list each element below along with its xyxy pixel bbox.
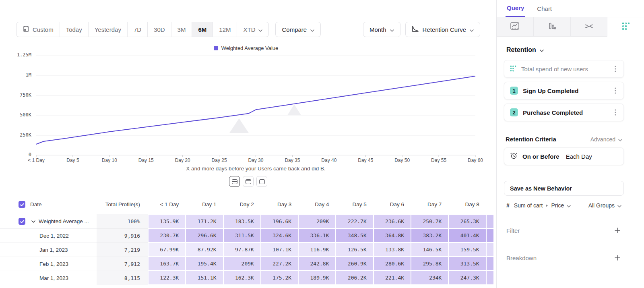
row-label-cell: Weighted Average ... xyxy=(0,214,97,228)
retention-value-cell: 159.5K xyxy=(448,242,486,257)
funnels-bars-icon xyxy=(547,22,556,32)
day-column-header: Day 5 xyxy=(336,201,373,207)
retention-value: 236.6K xyxy=(374,215,411,228)
row-label-cell: Jan 1, 2023 xyxy=(0,242,97,257)
range-6m[interactable]: 6M xyxy=(192,22,213,37)
range-12m[interactable]: 12M xyxy=(213,22,237,37)
total-profiles-cell: 100% xyxy=(97,214,148,228)
row-density-icon xyxy=(246,179,251,184)
retention-value-cell: 401.4K xyxy=(448,228,486,242)
retention-value-cell: 230.7K xyxy=(148,228,186,242)
kebab-menu-icon[interactable] xyxy=(613,65,618,73)
density-split-rows[interactable] xyxy=(229,176,240,187)
retention-value-cell: 196.6K xyxy=(261,214,298,228)
chevron-down-icon xyxy=(390,26,394,33)
compare-button[interactable]: Compare xyxy=(275,22,321,37)
retention-value: 209K xyxy=(299,215,335,228)
row-sliver xyxy=(486,228,493,242)
range-label: 12M xyxy=(219,26,231,33)
tab-chart[interactable]: Chart xyxy=(536,0,553,17)
retention-value-cell: 175.2K xyxy=(261,271,298,285)
retention-value: 195.4K xyxy=(186,257,223,270)
x-tick-label: Day 25 xyxy=(212,157,227,163)
row-sliver xyxy=(486,242,493,257)
sidebar-tabs: Query Chart xyxy=(497,0,644,17)
total-profiles-cell: 9,916 xyxy=(97,228,148,242)
range-xtd[interactable]: XTD xyxy=(237,22,268,37)
behavior-step-2[interactable]: 2Purchase Completed xyxy=(504,104,624,121)
y-tick-label: 1M xyxy=(26,72,31,78)
alarm-clock-icon xyxy=(510,152,518,161)
tab-funnels[interactable] xyxy=(534,17,571,37)
save-behavior-button[interactable]: Save as New Behavior xyxy=(504,181,624,196)
retention-value: 183.5K xyxy=(224,215,260,228)
retention-value-cell: 324.6K xyxy=(261,228,298,242)
measure-property-dropdown[interactable]: Sum of cart Price xyxy=(514,202,571,209)
select-all-checkbox[interactable] xyxy=(19,201,25,208)
retention-value-cell: 336.1K xyxy=(298,228,336,242)
retention-value: 171.2K xyxy=(186,215,223,228)
range-30d[interactable]: 30D xyxy=(147,22,171,37)
row-label: Feb 1, 2023 xyxy=(0,261,68,267)
groups-dropdown[interactable]: All Groups xyxy=(588,202,621,209)
retention-section-dropdown[interactable]: Retention xyxy=(504,46,624,54)
total-profiles-cell: 7,912 xyxy=(97,257,148,271)
density-header-row[interactable] xyxy=(243,176,254,187)
tab-retention[interactable] xyxy=(607,17,644,37)
add-breakdown-button[interactable] xyxy=(613,254,621,262)
expand-chevron-icon[interactable] xyxy=(31,220,35,223)
day-column-header: Day 3 xyxy=(261,201,298,207)
retention-value: 189.9K xyxy=(299,271,335,284)
step-event-label: Sign Up Completed xyxy=(523,87,608,94)
row-checkbox[interactable] xyxy=(19,218,25,225)
retention-value: 324.6K xyxy=(261,229,298,242)
kebab-menu-icon[interactable] xyxy=(613,87,618,95)
retention-value-cell: 209K xyxy=(223,257,261,271)
retention-value-cell: 126.5K xyxy=(336,242,373,257)
date-range-group: CustomTodayYesterday7D30D3M6M12MXTD xyxy=(16,22,269,37)
tab-query[interactable]: Query xyxy=(506,0,525,17)
retention-value: 265.3K xyxy=(449,215,485,228)
steps-list: 1Sign Up Completed2Purchase Completed xyxy=(504,82,624,121)
retention-value-cell: 234K xyxy=(411,271,448,285)
y-tick-label: 0 xyxy=(29,152,31,157)
retention-value: 242.8K xyxy=(299,257,335,270)
range-7d[interactable]: 7D xyxy=(127,22,147,37)
table-row: Feb 1, 20237,912163.7K195.4K209K227.2K24… xyxy=(0,257,493,271)
retention-report-app: CustomTodayYesterday7D30D3M6M12MXTD Comp… xyxy=(0,0,644,288)
retention-value: 222.7K xyxy=(336,215,373,228)
range-custom[interactable]: Custom xyxy=(17,22,60,37)
row-label-cell: Dec 1, 2022 xyxy=(0,228,97,242)
chart-type-dropdown[interactable]: Retention Curve xyxy=(405,22,480,37)
range-yesterday[interactable]: Yesterday xyxy=(88,22,127,37)
tab-insights[interactable] xyxy=(497,17,534,37)
retention-value: 311.5K xyxy=(224,229,260,242)
retention-value-cell: 222.7K xyxy=(336,214,373,228)
retention-value-cell: 163.7K xyxy=(148,257,186,271)
retention-value-cell: 348.5K xyxy=(336,228,373,242)
density-plain-row[interactable] xyxy=(256,176,267,187)
retention-value-cell: 313.5K xyxy=(448,257,486,271)
behavior-step-1[interactable]: 1Sign Up Completed xyxy=(504,82,624,99)
timing-label: On or Before xyxy=(522,153,559,160)
table-row: Mar 1, 20238,115122.3K151.1K162.3K175.2K… xyxy=(0,271,493,285)
day-column-header: < 1 Day xyxy=(148,201,186,207)
add-filter-button[interactable] xyxy=(613,226,621,234)
kebab-menu-icon[interactable] xyxy=(613,108,618,116)
interval-dropdown[interactable]: Month xyxy=(363,22,400,37)
retention-criteria-row: Retention Criteria Advanced xyxy=(504,136,624,143)
filter-label: Filter xyxy=(506,227,520,234)
tab-flows[interactable] xyxy=(571,17,608,37)
table-header: Date Total Profile(s) < 1 DayDay 1Day 2D… xyxy=(0,195,493,214)
retention-value: 260.9K xyxy=(336,257,373,270)
behavior-card[interactable]: Total spend of new users xyxy=(504,60,624,78)
retention-value: 107.1K xyxy=(261,243,298,256)
row-label-cell: Feb 1, 2023 xyxy=(0,257,97,271)
insights-chart-icon xyxy=(510,22,519,32)
range-today[interactable]: Today xyxy=(60,22,88,37)
range-label: 3M xyxy=(178,26,186,33)
retention-value-cell: 206.2K xyxy=(336,271,373,285)
advanced-dropdown[interactable]: Advanced xyxy=(590,136,622,143)
range-3m[interactable]: 3M xyxy=(171,22,192,37)
retention-timing-card[interactable]: On or Before Each Day xyxy=(504,147,624,165)
